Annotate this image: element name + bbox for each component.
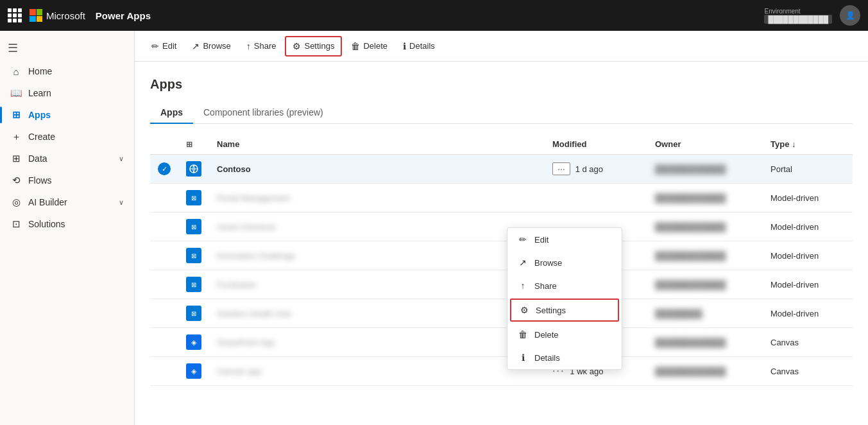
settings-icon: ⚙ bbox=[293, 41, 301, 51]
row-type: Canvas bbox=[763, 328, 853, 357]
row-name[interactable]: Innovation Challenge bbox=[209, 241, 545, 270]
toolbar-edit-button[interactable]: ✏ Edit bbox=[145, 37, 183, 55]
main-content: ✏ Edit ↗ Browse ↑ Share ⚙ Settings 🗑 Del… bbox=[135, 31, 868, 425]
toolbar-settings-label: Settings bbox=[304, 41, 334, 51]
row-app-icon: ⊠ bbox=[178, 299, 209, 328]
toolbar-share-button[interactable]: ↑ Share bbox=[240, 37, 283, 55]
th-type[interactable]: Type ↓ bbox=[763, 134, 853, 155]
context-browse-icon: ↗ bbox=[518, 257, 528, 268]
table-row[interactable]: ⊠ Innovation Challenge ████████████ Mode… bbox=[150, 241, 853, 270]
context-edit-icon: ✏ bbox=[518, 234, 528, 245]
toolbar-delete-button[interactable]: 🗑 Delete bbox=[345, 37, 394, 55]
row-checkbox[interactable] bbox=[150, 328, 178, 357]
sidebar-item-label-data: Data bbox=[28, 153, 47, 164]
env-value: ████████████ bbox=[764, 15, 832, 24]
context-menu-details[interactable]: ℹ Details bbox=[507, 346, 622, 369]
row-name[interactable]: SharePoint App bbox=[209, 328, 545, 357]
row-checkbox[interactable] bbox=[150, 357, 178, 386]
toolbar-browse-button[interactable]: ↗ Browse bbox=[185, 37, 237, 55]
sidebar-collapse-button[interactable]: ☰ bbox=[0, 36, 134, 60]
toolbar-details-button[interactable]: ℹ Details bbox=[396, 37, 441, 55]
row-checkbox[interactable] bbox=[150, 212, 178, 241]
sidebar-item-aibuilder[interactable]: ◎ AI Builder ∨ bbox=[0, 191, 134, 213]
details-icon: ℹ bbox=[403, 41, 406, 51]
sidebar-item-label-learn: Learn bbox=[28, 88, 51, 98]
context-share-icon: ↑ bbox=[518, 281, 528, 291]
table-body: ✓ Contoso ··· 1 d ago bbox=[150, 155, 853, 386]
context-settings-icon: ⚙ bbox=[519, 305, 529, 315]
row-type: Portal bbox=[763, 155, 853, 184]
sidebar-item-data[interactable]: ⊞ Data ∨ bbox=[0, 148, 134, 169]
th-modified[interactable]: Modified bbox=[545, 134, 647, 155]
table-row[interactable]: ⊠ Solution Health Hub ████████ Model-dri… bbox=[150, 299, 853, 328]
waffle-icon[interactable] bbox=[8, 8, 22, 22]
row-name[interactable]: Contoso bbox=[209, 155, 545, 184]
row-app-icon: ⊠ bbox=[178, 184, 209, 212]
row-owner: ████████████ bbox=[647, 328, 763, 357]
sidebar-item-label-flows: Flows bbox=[28, 175, 52, 186]
sidebar-item-create[interactable]: ＋ Create bbox=[0, 126, 134, 148]
th-checkbox bbox=[150, 134, 178, 155]
row-more-button[interactable]: ··· bbox=[552, 162, 570, 175]
app-type-icon-model: ⊠ bbox=[186, 248, 201, 263]
row-checkbox[interactable] bbox=[150, 299, 178, 328]
browse-icon: ↗ bbox=[192, 41, 200, 51]
create-icon: ＋ bbox=[10, 131, 22, 143]
env-info: Environment ████████████ bbox=[764, 8, 832, 24]
context-menu-share[interactable]: ↑ Share bbox=[507, 274, 622, 297]
app-type-icon-model: ⊠ bbox=[186, 277, 201, 292]
home-icon: ⌂ bbox=[10, 65, 22, 77]
row-owner: ████████████ bbox=[647, 212, 763, 241]
app-type-icon-canvas: ◈ bbox=[186, 363, 201, 379]
row-type: Model-driven bbox=[763, 299, 853, 328]
app-type-icon-canvas: ◈ bbox=[186, 334, 201, 350]
row-checkbox[interactable]: ✓ bbox=[150, 155, 178, 184]
context-details-label: Details bbox=[534, 353, 560, 363]
table-row[interactable]: ⊠ Portal Management ████████████ Model-d… bbox=[150, 184, 853, 212]
row-modified bbox=[545, 184, 647, 212]
th-owner[interactable]: Owner bbox=[647, 134, 763, 155]
row-name[interactable]: Portal Management bbox=[209, 184, 545, 212]
tab-apps[interactable]: Apps bbox=[150, 102, 193, 124]
context-menu-settings[interactable]: ⚙ Settings bbox=[510, 299, 619, 322]
tab-component-libraries[interactable]: Component libraries (preview) bbox=[193, 102, 334, 124]
row-name[interactable]: Asset Checkout bbox=[209, 212, 545, 241]
microsoft-label: Microsoft bbox=[46, 10, 85, 21]
context-menu-edit[interactable]: ✏ Edit bbox=[507, 228, 622, 251]
row-name[interactable]: Canvas app bbox=[209, 357, 545, 386]
table-header: ⊞ Name Modified Owner Type ↓ bbox=[150, 134, 853, 155]
user-avatar[interactable]: 👤 bbox=[840, 5, 860, 26]
table-row[interactable]: ⊠ Asset Checkout ████████████ Model-driv… bbox=[150, 212, 853, 241]
toolbar-settings-button[interactable]: ⚙ Settings bbox=[285, 36, 342, 56]
row-name[interactable]: Fundraiser bbox=[209, 270, 545, 299]
page-title: Apps bbox=[150, 77, 853, 92]
body-area: ☰ ⌂ Home 📖 Learn ⊞ Apps ＋ Create ⊞ Data … bbox=[0, 31, 868, 425]
sidebar-item-apps[interactable]: ⊞ Apps bbox=[0, 104, 134, 126]
sidebar-item-flows[interactable]: ⟲ Flows bbox=[0, 169, 134, 191]
th-name[interactable]: Name bbox=[209, 134, 545, 155]
toolbar-details-label: Details bbox=[409, 41, 435, 51]
context-menu-browse[interactable]: ↗ Browse bbox=[507, 251, 622, 274]
sidebar-item-home[interactable]: ⌂ Home bbox=[0, 60, 134, 82]
sidebar-item-label-solutions: Solutions bbox=[28, 219, 65, 229]
row-checkbox[interactable] bbox=[150, 270, 178, 299]
table-row[interactable]: ✓ Contoso ··· 1 d ago bbox=[150, 155, 853, 184]
toolbar: ✏ Edit ↗ Browse ↑ Share ⚙ Settings 🗑 Del… bbox=[135, 31, 868, 62]
row-app-icon: ⊠ bbox=[178, 241, 209, 270]
context-details-icon: ℹ bbox=[518, 352, 528, 363]
row-checkbox[interactable] bbox=[150, 241, 178, 270]
row-checkbox[interactable] bbox=[150, 184, 178, 212]
row-app-icon: ◈ bbox=[178, 357, 209, 386]
context-delete-icon: 🗑 bbox=[518, 329, 528, 340]
context-menu-delete[interactable]: 🗑 Delete bbox=[507, 323, 622, 346]
page-content: Apps Apps Component libraries (preview) … bbox=[135, 62, 868, 425]
table-row[interactable]: ◈ SharePoint App ··· 6 d ago ███████████… bbox=[150, 328, 853, 357]
sidebar-item-label-aibuilder: AI Builder bbox=[28, 197, 67, 207]
table-row[interactable]: ⊠ Fundraiser ████████████ Model-driven bbox=[150, 270, 853, 299]
row-name[interactable]: Solution Health Hub bbox=[209, 299, 545, 328]
aibuilder-icon: ◎ bbox=[10, 196, 22, 208]
sidebar-item-learn[interactable]: 📖 Learn bbox=[0, 82, 134, 104]
sidebar-item-solutions[interactable]: ⊡ Solutions bbox=[0, 213, 134, 235]
top-nav: Microsoft Power Apps Environment ███████… bbox=[0, 0, 868, 31]
table-row[interactable]: ◈ Canvas app ··· 1 wk ago ████████████ C… bbox=[150, 357, 853, 386]
